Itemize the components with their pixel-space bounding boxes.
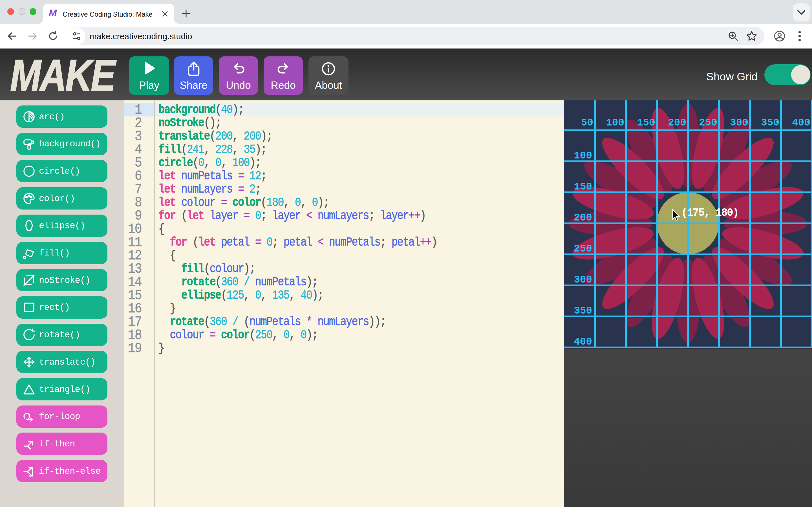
svg-text:300: 300 — [574, 274, 592, 286]
svg-text:150: 150 — [574, 181, 592, 192]
svg-text:350: 350 — [761, 117, 779, 128]
svg-text:300: 300 — [730, 117, 748, 128]
svg-text:200: 200 — [668, 117, 686, 128]
svg-text:50: 50 — [581, 117, 593, 128]
svg-text:250: 250 — [699, 117, 717, 128]
svg-text:M: M — [49, 8, 57, 18]
svg-text:350: 350 — [574, 305, 592, 317]
svg-text:100: 100 — [574, 150, 592, 162]
svg-text:400: 400 — [574, 336, 592, 348]
svg-text:200: 200 — [574, 212, 592, 224]
svg-text:150: 150 — [637, 117, 655, 128]
svg-text:250: 250 — [574, 243, 592, 255]
svg-text:100: 100 — [606, 117, 624, 128]
svg-text:(175, 180): (175, 180) — [681, 207, 739, 219]
svg-text:400: 400 — [792, 117, 810, 128]
